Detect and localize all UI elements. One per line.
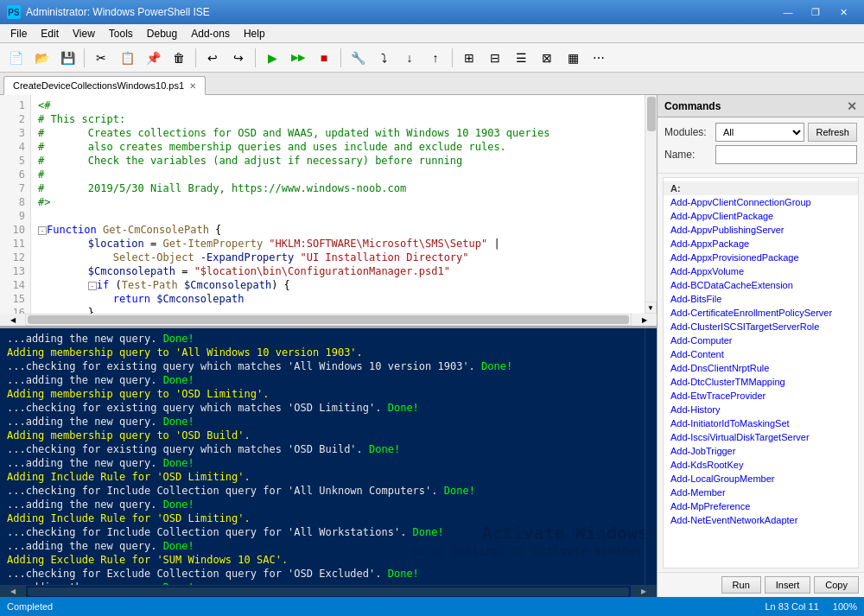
minimize-button[interactable]: — [774, 0, 802, 24]
commands-panel: Commands ✕ Modules: All Refresh Name: A:… [657, 95, 864, 597]
ln3: 3 [0, 126, 25, 140]
cmd-add-kdsrootkey[interactable]: Add-KdsRootKey [664, 458, 858, 472]
cut-button[interactable]: ✂ [89, 46, 113, 70]
insert-command-button[interactable]: Insert [765, 576, 811, 594]
hscroll-right[interactable]: ▶ [631, 314, 657, 326]
console-hscroll[interactable]: ◀ ▶ [0, 585, 657, 597]
cmd-add-clusteriscsitargetserverrole[interactable]: Add-ClusterISCSITargetServerRole [664, 320, 858, 333]
scroll-down-arrow[interactable]: ▼ [645, 302, 657, 314]
undo-button[interactable]: ↩ [200, 46, 225, 70]
cmd-add-appxprovisionedpackage[interactable]: Add-AppxProvisionedPackage [664, 251, 858, 264]
tab-script[interactable]: CreateDeviceCollectionsWindows10.ps1 ✕ [3, 76, 206, 95]
cmd-add-content[interactable]: Add-Content [664, 347, 858, 361]
console-line-3: ...checking for existing query which mat… [7, 359, 650, 373]
window-title: Administrator: Windows PowerShell ISE [26, 6, 774, 18]
cmd-add-etwtraceprovider[interactable]: Add-EtwTraceProvider [664, 389, 858, 403]
cmd-add-appxpackage[interactable]: Add-AppxPackage [664, 237, 858, 251]
cmd-add-appvclientconnectiongroup[interactable]: Add-AppvClientConnectionGroup [664, 195, 858, 209]
ln15: 15 [0, 292, 25, 306]
menu-view[interactable]: View [66, 26, 102, 41]
editor-hscroll[interactable]: ◀ ▶ [0, 314, 657, 326]
cmd-add-appvclientpackage[interactable]: Add-AppvClientPackage [664, 209, 858, 223]
cmd-add-bitsfile[interactable]: Add-BitsFile [664, 292, 858, 306]
redo-button[interactable]: ↪ [226, 46, 251, 70]
modules-select[interactable]: All [715, 123, 804, 142]
console-area: ...adding the new query. Done! Adding me… [0, 326, 657, 585]
fold-10[interactable]: - [38, 226, 47, 235]
cmd-add-neteventnetworkadapter[interactable]: Add-NetEventNetworkAdapter [664, 513, 858, 527]
cmd-add-mppreference[interactable]: Add-MpPreference [664, 499, 858, 513]
layout6-button[interactable]: ⋯ [587, 46, 611, 70]
code-line-3: # Creates collections for OSD and WAAS, … [38, 126, 638, 140]
script-editor: 1 2 3 4 5 6 7 8 9 10 11 12 13 14 15 16 1… [0, 95, 657, 314]
save-button[interactable]: 💾 [55, 46, 79, 70]
menu-help[interactable]: Help [237, 26, 272, 41]
layout4-button[interactable]: ⊠ [535, 46, 559, 70]
clear-button[interactable]: 🗑 [167, 46, 191, 70]
step-out-button[interactable]: ↑ [423, 46, 448, 70]
console-line-7: ...adding the new query. Done! [7, 415, 650, 429]
code-line-16: } [38, 306, 638, 314]
tab-close-icon[interactable]: ✕ [189, 81, 196, 91]
copy-button[interactable]: 📋 [115, 46, 139, 70]
layout1-button[interactable]: ⊞ [457, 46, 481, 70]
debug-button[interactable]: 🔧 [346, 46, 370, 70]
editor-scrollbar[interactable]: ▼ [645, 95, 657, 314]
layout5-button[interactable]: ▦ [561, 46, 585, 70]
commands-panel-title: Commands [664, 100, 721, 112]
console-hscroll-left[interactable]: ◀ [0, 586, 26, 598]
cmd-add-dnsclientnrptrule[interactable]: Add-DnsClientNrptRule [664, 361, 858, 375]
cmd-add-appxvolume[interactable]: Add-AppxVolume [664, 264, 858, 278]
menu-tools[interactable]: Tools [102, 26, 140, 41]
name-input[interactable] [715, 145, 857, 164]
cursor-position: Ln 83 Col 11 [765, 601, 818, 612]
run-selection-button[interactable]: ▶▶ [286, 46, 310, 70]
cmd-add-jobtrigger[interactable]: Add-JobTrigger [664, 444, 858, 458]
cmd-add-history[interactable]: Add-History [664, 403, 858, 416]
code-line-7: # 2019/5/30 Niall Brady, https://www.win… [38, 181, 638, 195]
stop-button[interactable]: ■ [312, 46, 336, 70]
cmd-add-dtccluster[interactable]: Add-DtcClusterTMMapping [664, 375, 858, 389]
titlebar: PS Administrator: Windows PowerShell ISE… [0, 0, 864, 24]
run-command-button[interactable]: Run [721, 576, 761, 594]
run-button[interactable]: ▶ [260, 46, 284, 70]
open-button[interactable]: 📂 [29, 46, 54, 70]
cmd-add-member[interactable]: Add-Member [664, 486, 858, 499]
layout3-button[interactable]: ☰ [509, 46, 533, 70]
code-line-4: # also creates membership queries and us… [38, 140, 638, 154]
step-over-button[interactable]: ⤵ [372, 46, 396, 70]
cmd-add-appvpublishingserver[interactable]: Add-AppvPublishingServer [664, 223, 858, 237]
console-line-1: ...adding the new query. Done! [7, 332, 650, 346]
cmd-add-localgroupmember[interactable]: Add-LocalGroupMember [664, 472, 858, 486]
paste-button[interactable]: 📌 [141, 46, 165, 70]
cmd-add-bcdatacacheextension[interactable]: Add-BCDataCacheExtension [664, 278, 858, 292]
code-area[interactable]: <# # This script: # Creates collections … [31, 95, 645, 314]
ln9: 9 [0, 209, 25, 223]
cmd-add-initiatorid[interactable]: Add-InitiatorIdToMaskingSet [664, 416, 858, 430]
menu-debug[interactable]: Debug [140, 26, 184, 41]
code-line-12: Select-Object -ExpandProperty "UI Instal… [38, 251, 638, 264]
refresh-button[interactable]: Refresh [808, 123, 857, 142]
console-line-5: Adding membership query to 'OSD Limiting… [7, 387, 650, 401]
step-into-button[interactable]: ↓ [397, 46, 422, 70]
close-button[interactable]: ✕ [829, 0, 857, 24]
layout2-button[interactable]: ⊟ [483, 46, 507, 70]
commands-panel-close[interactable]: ✕ [847, 99, 857, 113]
console-scrollbar[interactable] [645, 328, 657, 585]
console-hscroll-right[interactable]: ▶ [631, 586, 657, 598]
maximize-button[interactable]: ❐ [802, 0, 829, 24]
code-line-6: # [38, 168, 638, 181]
cmd-add-certificateenrollmentpolicyserver[interactable]: Add-CertificateEnrollmentPolicyServer [664, 306, 858, 320]
console-line-19: ...adding the new query. Done! [7, 581, 650, 585]
copy-command-button[interactable]: Copy [814, 576, 859, 594]
menu-addons[interactable]: Add-ons [184, 26, 237, 41]
menu-edit[interactable]: Edit [34, 26, 66, 41]
cmd-add-iscsivirtualdisk[interactable]: Add-IscsiVirtualDiskTargetServer [664, 430, 858, 444]
commands-list[interactable]: A: Add-AppvClientConnectionGroup Add-App… [663, 177, 859, 568]
fold-14[interactable]: - [88, 282, 97, 290]
console-output[interactable]: ...adding the new query. Done! Adding me… [0, 328, 657, 585]
hscroll-left[interactable]: ◀ [0, 314, 26, 326]
new-button[interactable]: 📄 [3, 46, 28, 70]
menu-file[interactable]: File [3, 26, 34, 41]
cmd-add-computer[interactable]: Add-Computer [664, 333, 858, 347]
